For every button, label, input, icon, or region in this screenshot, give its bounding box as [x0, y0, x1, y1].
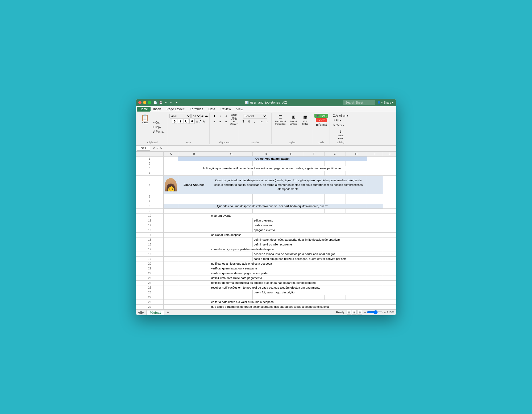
cell-c6[interactable] — [210, 194, 253, 199]
cell-a12[interactable] — [164, 223, 178, 228]
cell-b20[interactable] — [178, 261, 210, 266]
cell-i9[interactable] — [367, 208, 383, 213]
cell-i25[interactable] — [367, 285, 383, 290]
cell-i24[interactable] — [367, 280, 383, 285]
fill-color-btn[interactable]: A — [200, 120, 201, 123]
cell-j1[interactable] — [383, 156, 396, 161]
cell-a20[interactable] — [164, 261, 178, 266]
cell-a15[interactable] — [164, 237, 178, 242]
align-left-button[interactable]: ≡ — [212, 119, 217, 124]
cell-j27[interactable] — [383, 295, 396, 300]
cell-i27[interactable] — [367, 295, 383, 300]
cell-b19[interactable] — [178, 256, 210, 261]
cell-j16[interactable] — [383, 242, 396, 247]
cell-j25[interactable] — [383, 285, 396, 290]
cell-b3[interactable]: Aplicação que permite facilmente fazer t… — [178, 166, 367, 171]
col-header-h[interactable]: H — [346, 151, 367, 156]
cell-f4[interactable] — [303, 171, 325, 175]
cell-d9[interactable] — [253, 208, 279, 213]
cell-b14[interactable] — [178, 232, 210, 237]
bold-button[interactable]: B — [172, 119, 177, 124]
cell-g2[interactable] — [325, 161, 346, 166]
cell-a3[interactable] — [164, 166, 178, 171]
underline-button[interactable]: U — [184, 119, 189, 124]
zoom-out-button[interactable]: − — [364, 311, 366, 314]
cell-b24[interactable] — [178, 280, 210, 285]
cell-j10[interactable] — [383, 213, 396, 218]
menu-review[interactable]: Review — [218, 107, 234, 112]
cell-a16[interactable] — [164, 242, 178, 247]
cell-h9[interactable] — [346, 208, 367, 213]
cell-h27[interactable] — [346, 295, 367, 300]
clear-button[interactable]: ✕ Clear ▾ — [332, 123, 349, 127]
cell-i12[interactable] — [367, 223, 383, 228]
cell-d15[interactable]: definir valor, descrição, categoria, dat… — [253, 237, 367, 242]
percent-button[interactable]: $ — [240, 119, 246, 124]
number-format-selector[interactable]: General — [243, 114, 267, 118]
cell-reference-input[interactable] — [137, 146, 150, 151]
dropdown-icon[interactable]: ▾ — [174, 100, 179, 105]
increase-font-icon[interactable]: A+ — [201, 115, 205, 118]
cell-b8[interactable]: Quando crio uma despesa de valor fixo qu… — [178, 204, 367, 208]
share-button[interactable]: 👤+ Share ▾ — [377, 101, 394, 104]
cell-d16[interactable]: definir se é ou não recorrente — [253, 242, 367, 247]
cell-h4[interactable] — [346, 171, 367, 175]
cell-a1[interactable] — [164, 156, 178, 161]
cell-a6[interactable] — [164, 194, 178, 199]
decrease-font-icon[interactable]: A- — [205, 115, 208, 118]
cell-i8[interactable] — [367, 204, 383, 208]
cell-i14[interactable] — [367, 232, 383, 237]
cell-i10[interactable] — [367, 213, 383, 218]
cell-b26[interactable] — [178, 290, 210, 295]
merge-center-button[interactable]: Merge & Center — [231, 119, 236, 124]
cell-c19[interactable] — [210, 256, 253, 261]
cell-j14[interactable] — [383, 232, 396, 237]
cell-j8[interactable] — [383, 204, 396, 208]
cell-i28[interactable] — [367, 300, 383, 304]
page-layout-view-button[interactable]: ⊞ — [352, 310, 357, 315]
cancel-formula-icon[interactable]: ✕ — [152, 146, 155, 150]
redo-icon[interactable]: ↪ — [169, 100, 173, 105]
col-header-c[interactable]: C — [210, 151, 253, 156]
normal-view-button[interactable]: ⊟ — [347, 310, 351, 315]
prev-sheet-button[interactable]: ◀ — [138, 310, 141, 314]
cell-j2[interactable] — [383, 161, 396, 166]
cell-i20[interactable] — [367, 261, 383, 266]
font-size-selector[interactable]: 10 — [191, 114, 201, 118]
add-sheet-button[interactable]: + — [165, 310, 170, 315]
cell-d4[interactable] — [253, 171, 279, 175]
maximize-button[interactable] — [148, 101, 151, 104]
cell-d2[interactable] — [253, 161, 279, 166]
cell-a10[interactable] — [164, 213, 178, 218]
cell-d11[interactable]: editar o evento — [253, 218, 367, 223]
zoom-in-button[interactable]: + — [384, 311, 385, 314]
cell-c5[interactable]: Como organizadora das despesas lá de cas… — [210, 175, 367, 194]
cell-h6[interactable] — [346, 194, 367, 199]
cell-a25[interactable] — [164, 285, 178, 290]
cell-a13[interactable] — [164, 228, 178, 232]
cell-i26[interactable] — [367, 290, 383, 295]
strikethrough-button[interactable]: S̶ — [189, 119, 195, 124]
font-selector[interactable]: Arial — [169, 114, 191, 118]
cell-c16[interactable] — [210, 242, 253, 247]
cell-h7[interactable] — [346, 199, 367, 204]
cell-b7[interactable] — [178, 199, 210, 204]
col-header-f[interactable]: F — [303, 151, 325, 156]
cell-c28[interactable]: editar a data limite e o valor atribuído… — [210, 300, 367, 304]
confirm-formula-icon[interactable]: ✓ — [156, 146, 159, 150]
format-as-table-button[interactable]: ⊞ Formatas Table — [288, 114, 299, 126]
cell-g6[interactable] — [325, 194, 346, 199]
cell-c9[interactable] — [210, 208, 253, 213]
cell-j3[interactable] — [383, 166, 396, 171]
undo-icon[interactable]: ↩ — [164, 100, 168, 105]
cell-j17[interactable] — [383, 247, 396, 252]
insert-function-icon[interactable]: fx — [160, 146, 162, 150]
col-header-d[interactable]: D — [253, 151, 279, 156]
cell-g7[interactable] — [325, 199, 346, 204]
cell-f2[interactable] — [303, 161, 325, 166]
cell-c12[interactable] — [210, 223, 253, 228]
cell-b17[interactable] — [178, 247, 210, 252]
cell-c7[interactable] — [210, 199, 253, 204]
align-bottom-button[interactable]: ⬇ — [223, 114, 229, 118]
cell-a23[interactable] — [164, 276, 178, 280]
